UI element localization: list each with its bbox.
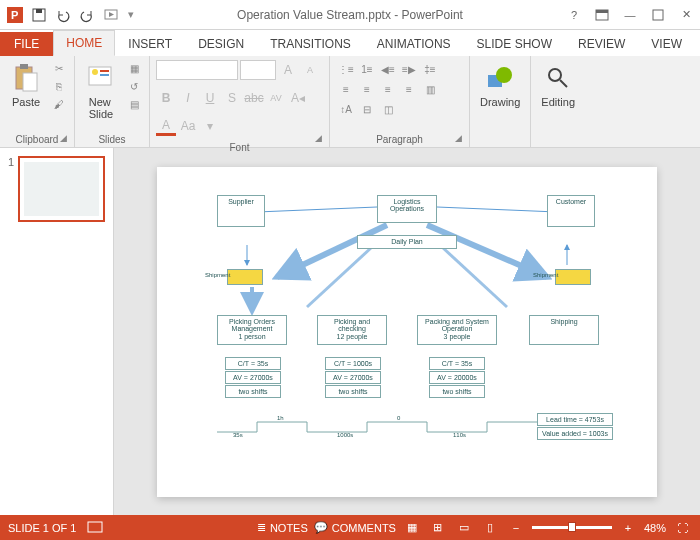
- process-4[interactable]: Shipping: [529, 315, 599, 345]
- metric-3c[interactable]: two shifts: [429, 385, 485, 399]
- zoom-level[interactable]: 48%: [644, 522, 666, 534]
- reading-view-icon[interactable]: ▭: [454, 520, 474, 536]
- sorter-view-icon[interactable]: ⊞: [428, 520, 448, 536]
- maximize-icon[interactable]: [644, 4, 672, 26]
- copy-icon[interactable]: ⎘: [50, 78, 68, 94]
- shrink-font-icon[interactable]: A: [300, 60, 320, 80]
- font-family-input[interactable]: [156, 60, 238, 80]
- underline-icon[interactable]: U: [200, 88, 220, 108]
- shipment-left[interactable]: [227, 269, 263, 285]
- normal-view-icon[interactable]: ▦: [402, 520, 422, 536]
- section-icon[interactable]: ▤: [125, 96, 143, 112]
- clipboard-launcher-icon[interactable]: ◢: [60, 133, 72, 145]
- highlight-icon[interactable]: ▾: [200, 116, 220, 136]
- tab-design[interactable]: DESIGN: [185, 31, 257, 56]
- tab-slideshow[interactable]: SLIDE SHOW: [464, 31, 565, 56]
- line-spacing-icon[interactable]: ‡≡: [420, 60, 440, 78]
- zoom-in-icon[interactable]: +: [618, 520, 638, 536]
- align-right-icon[interactable]: ≡: [378, 80, 398, 98]
- clipboard-label: Clipboard: [6, 132, 68, 145]
- metric-2a[interactable]: C/T = 1000s: [325, 357, 381, 371]
- tab-transitions[interactable]: TRANSITIONS: [257, 31, 364, 56]
- bold-icon[interactable]: B: [156, 88, 176, 108]
- columns-icon[interactable]: ▥: [420, 80, 440, 98]
- save-icon[interactable]: [28, 4, 50, 26]
- justify-icon[interactable]: ≡: [399, 80, 419, 98]
- font-color-icon[interactable]: A: [156, 116, 176, 136]
- decrease-indent-icon[interactable]: ◀≡: [378, 60, 398, 78]
- text-direction-icon[interactable]: ↕A: [336, 100, 356, 118]
- supplier-box[interactable]: Supplier: [217, 195, 265, 227]
- metric-2b[interactable]: AV = 27000s: [325, 371, 381, 385]
- slideshow-view-icon[interactable]: ▯: [480, 520, 500, 536]
- svg-rect-7: [653, 10, 663, 20]
- close-icon[interactable]: ✕: [672, 4, 700, 26]
- zoom-slider[interactable]: [532, 526, 612, 529]
- new-slide-button[interactable]: New Slide: [81, 60, 121, 122]
- cut-icon[interactable]: ✂: [50, 60, 68, 76]
- ribbon-display-icon[interactable]: [588, 4, 616, 26]
- drawing-button[interactable]: Drawing: [476, 60, 524, 110]
- svg-line-19: [257, 207, 377, 212]
- customer-box[interactable]: Customer: [547, 195, 595, 227]
- process-3[interactable]: Packing and System Operation3 people: [417, 315, 497, 345]
- tab-file[interactable]: FILE: [0, 32, 53, 56]
- metric-2c[interactable]: two shifts: [325, 385, 381, 399]
- paragraph-label: Paragraph: [336, 132, 463, 145]
- language-indicator[interactable]: [88, 522, 102, 534]
- metric-1b[interactable]: AV = 27000s: [225, 371, 281, 385]
- slide-thumbnail-1[interactable]: [18, 156, 105, 222]
- font-size-input[interactable]: [240, 60, 276, 80]
- metric-3a[interactable]: C/T = 35s: [429, 357, 485, 371]
- notes-button[interactable]: ≣NOTES: [257, 521, 308, 534]
- redo-icon[interactable]: [76, 4, 98, 26]
- fit-to-window-icon[interactable]: ⛶: [672, 520, 692, 536]
- strikethrough-icon[interactable]: abc: [244, 88, 264, 108]
- align-text-icon[interactable]: ⊟: [357, 100, 377, 118]
- align-left-icon[interactable]: ≡: [336, 80, 356, 98]
- metric-1a[interactable]: C/T = 35s: [225, 357, 281, 371]
- reset-icon[interactable]: ↺: [125, 78, 143, 94]
- layout-icon[interactable]: ▦: [125, 60, 143, 76]
- shadow-icon[interactable]: S: [222, 88, 242, 108]
- tab-home[interactable]: HOME: [53, 30, 115, 56]
- undo-icon[interactable]: [52, 4, 74, 26]
- start-from-beginning-icon[interactable]: [100, 4, 122, 26]
- paragraph-launcher-icon[interactable]: ◢: [455, 133, 467, 145]
- tab-insert[interactable]: INSERT: [115, 31, 185, 56]
- increase-indent-icon[interactable]: ≡▶: [399, 60, 419, 78]
- editing-button[interactable]: Editing: [537, 60, 579, 110]
- metric-3b[interactable]: AV = 20000s: [429, 371, 485, 385]
- bullets-icon[interactable]: ⋮≡: [336, 60, 356, 78]
- smartart-icon[interactable]: ◫: [378, 100, 398, 118]
- tab-view[interactable]: VIEW: [638, 31, 695, 56]
- italic-icon[interactable]: I: [178, 88, 198, 108]
- clear-format-icon[interactable]: A◂: [288, 88, 308, 108]
- grow-font-icon[interactable]: A: [278, 60, 298, 80]
- font-launcher-icon[interactable]: ◢: [315, 133, 327, 145]
- paste-button[interactable]: Paste: [6, 60, 46, 110]
- logistics-box[interactable]: Logistics Operations: [377, 195, 437, 223]
- tab-review[interactable]: REVIEW: [565, 31, 638, 56]
- change-case-icon[interactable]: Aa: [178, 116, 198, 136]
- spacing-icon[interactable]: AV: [266, 88, 286, 108]
- metric-1c[interactable]: two shifts: [225, 385, 281, 399]
- format-painter-icon[interactable]: 🖌: [50, 96, 68, 112]
- comments-button[interactable]: 💬COMMENTS: [314, 521, 396, 534]
- zoom-out-icon[interactable]: −: [506, 520, 526, 536]
- slide-canvas[interactable]: Supplier Logistics Operations Customer D…: [157, 167, 657, 497]
- qat-dropdown-icon[interactable]: ▾: [124, 4, 138, 26]
- value-added[interactable]: Value added = 1003s: [537, 427, 613, 441]
- slide-indicator[interactable]: SLIDE 1 OF 1: [8, 522, 76, 534]
- lead-time[interactable]: Lead time = 4753s: [537, 413, 613, 427]
- numbering-icon[interactable]: 1≡: [357, 60, 377, 78]
- align-center-icon[interactable]: ≡: [357, 80, 377, 98]
- tab-animations[interactable]: ANIMATIONS: [364, 31, 464, 56]
- minimize-icon[interactable]: —: [616, 4, 644, 26]
- powerpoint-icon[interactable]: P: [4, 4, 26, 26]
- help-icon[interactable]: ?: [560, 4, 588, 26]
- shipment-right[interactable]: [555, 269, 591, 285]
- dailyplan-box[interactable]: Daily Plan: [357, 235, 457, 249]
- process-2[interactable]: Picking and checking12 people: [317, 315, 387, 345]
- process-1[interactable]: Picking Orders Management1 person: [217, 315, 287, 345]
